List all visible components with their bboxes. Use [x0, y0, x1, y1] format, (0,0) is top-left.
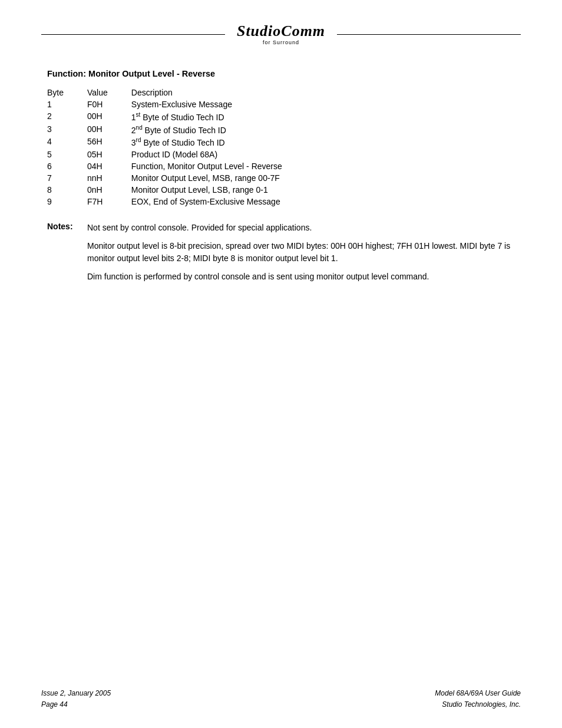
notes-paragraph-2: Monitor output level is 8-bit precision,…: [87, 240, 515, 265]
cell-description: Function, Monitor Output Level - Reverse: [131, 160, 515, 172]
cell-byte: 8: [47, 184, 87, 196]
footer-left: Issue 2, January 2005 Page 44: [41, 688, 111, 710]
footer-model: Model 68A/69A User Guide: [435, 688, 521, 699]
cell-value: F7H: [87, 196, 131, 207]
notes-paragraph-3: Dim function is performed by control con…: [87, 271, 515, 283]
table-row: 2 00H 1st Byte of Studio Tech ID: [47, 110, 515, 123]
cell-byte: 7: [47, 172, 87, 184]
logo-container: StudioComm for Surround: [237, 24, 325, 45]
cell-description: Monitor Output Level, MSB, range 00-7F: [131, 172, 515, 184]
cell-description: 1st Byte of Studio Tech ID: [131, 110, 515, 123]
superscript: rd: [136, 137, 141, 143]
cell-description: Monitor Output Level, LSB, range 0-1: [131, 184, 515, 196]
superscript: nd: [136, 124, 143, 131]
table-header-row: Byte Value Description: [47, 87, 515, 98]
cell-value: 56H: [87, 136, 131, 149]
cell-description: System-Exclusive Message: [131, 98, 515, 110]
cell-value: 0nH: [87, 184, 131, 196]
header: StudioComm for Surround: [41, 24, 521, 45]
content: Function: Monitor Output Level - Reverse…: [41, 69, 521, 283]
page: StudioComm for Surround Function: Monito…: [0, 0, 562, 728]
table-row: 9 F7H EOX, End of System-Exclusive Messa…: [47, 196, 515, 207]
table-row: 5 05H Product ID (Model 68A): [47, 149, 515, 160]
cell-byte: 2: [47, 110, 87, 123]
superscript: st: [136, 111, 141, 118]
cell-value: 04H: [87, 160, 131, 172]
cell-byte: 3: [47, 123, 87, 136]
notes-label: Notes:: [47, 222, 81, 231]
cell-byte: 4: [47, 136, 87, 149]
col-header-value: Value: [87, 87, 131, 98]
cell-description: 3rd Byte of Studio Tech ID: [131, 136, 515, 149]
cell-byte: 9: [47, 196, 87, 207]
table-row: 6 04H Function, Monitor Output Level - R…: [47, 160, 515, 172]
cell-value: nnH: [87, 172, 131, 184]
footer-page: Page 44: [41, 699, 111, 710]
table-row: 1 F0H System-Exclusive Message: [47, 98, 515, 110]
notes-content: Not sent by control console. Provided fo…: [87, 222, 515, 283]
cell-description: 2nd Byte of Studio Tech ID: [131, 123, 515, 136]
logo-subtitle: for Surround: [263, 39, 299, 45]
footer-right: Model 68A/69A User Guide Studio Technolo…: [435, 688, 521, 710]
cell-byte: 5: [47, 149, 87, 160]
section-title: Function: Monitor Output Level - Reverse: [47, 69, 515, 78]
table-row: 8 0nH Monitor Output Level, LSB, range 0…: [47, 184, 515, 196]
data-table: Byte Value Description 1 F0H System-Excl…: [47, 87, 515, 207]
col-header-description: Description: [131, 87, 515, 98]
cell-description: Product ID (Model 68A): [131, 149, 515, 160]
header-line-right: [337, 34, 521, 35]
cell-description: EOX, End of System-Exclusive Message: [131, 196, 515, 207]
notes-paragraph-1: Not sent by control console. Provided fo…: [87, 222, 515, 234]
cell-value: 05H: [87, 149, 131, 160]
cell-value: 00H: [87, 123, 131, 136]
table-row: 4 56H 3rd Byte of Studio Tech ID: [47, 136, 515, 149]
table-row: 3 00H 2nd Byte of Studio Tech ID: [47, 123, 515, 136]
notes-section: Notes: Not sent by control console. Prov…: [47, 222, 515, 283]
cell-value: F0H: [87, 98, 131, 110]
logo-text: StudioComm: [237, 24, 325, 39]
cell-value: 00H: [87, 110, 131, 123]
footer: Issue 2, January 2005 Page 44 Model 68A/…: [41, 688, 521, 710]
col-header-byte: Byte: [47, 87, 87, 98]
table-row: 7 nnH Monitor Output Level, MSB, range 0…: [47, 172, 515, 184]
footer-company: Studio Technologies, Inc.: [435, 699, 521, 710]
cell-byte: 1: [47, 98, 87, 110]
footer-issue: Issue 2, January 2005: [41, 688, 111, 699]
header-line-left: [41, 34, 225, 35]
cell-byte: 6: [47, 160, 87, 172]
